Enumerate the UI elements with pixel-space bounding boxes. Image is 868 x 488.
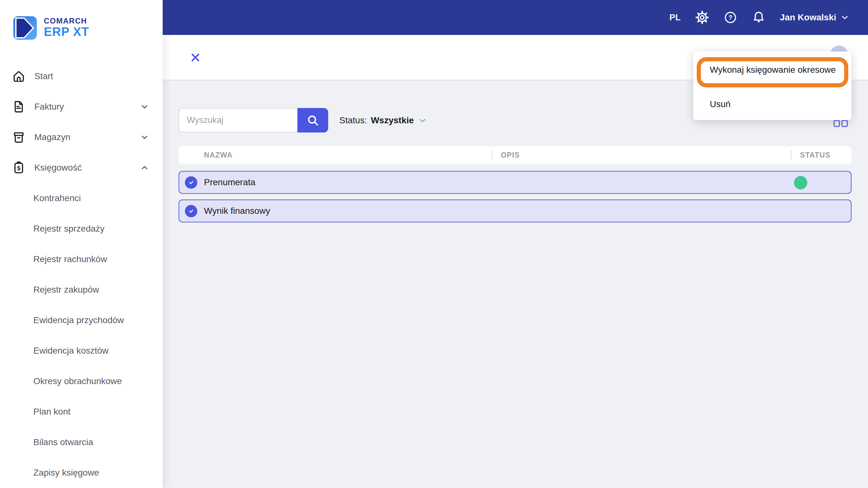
sidebar-item-zapisy-ksiegowe[interactable]: Zapisy księgowe [0,458,163,488]
sidebar-item-ksiegowosc[interactable]: $ Księgowość [0,152,163,183]
column-header-opis[interactable]: OPIS [501,146,520,164]
sidebar-item-ewidencja-przychodow[interactable]: Ewidencja przychodów [0,305,163,336]
status-filter-label: Status: [339,115,367,125]
sidebar-item-bilans-otwarcia[interactable]: Bilans otwarcia [0,427,163,458]
sidebar-item-rejestr-sprzedazy[interactable]: Rejestr sprzedaży [0,214,163,244]
language-switcher[interactable]: PL [670,13,681,23]
sidebar-item-okresy-obrachunkowe[interactable]: Okresy obrachunkowe [0,366,163,396]
column-divider [492,150,492,160]
sidebar: COMARCH ERP XT Start Faktury [0,0,163,488]
user-name: Jan Kowalski [780,12,836,23]
row-name: Wynik finansowy [204,206,270,216]
sidebar-item-kontrahenci[interactable]: Kontrahenci [0,183,163,214]
search-input[interactable] [179,108,298,132]
row-checkbox-checked[interactable] [185,176,197,189]
chevron-up-icon [140,163,149,173]
svg-text:$: $ [17,165,21,172]
invoice-icon [11,99,26,114]
bell-icon[interactable] [751,10,766,25]
comarch-erp-xt-app: PL ? Jan Kowalski [0,0,868,488]
gear-icon[interactable] [695,10,709,25]
status-filter-value: Wszystkie [371,115,414,125]
help-icon[interactable]: ? [723,10,737,25]
comarch-logo-icon [13,16,37,40]
chevron-down-icon [140,102,149,112]
column-header-nazwa[interactable]: NAZWA [204,146,232,164]
user-menu[interactable]: Jan Kowalski [780,12,849,23]
table-row[interactable]: Prenumerata [179,171,851,194]
sidebar-item-ewidencja-kosztow[interactable]: Ewidencja kosztów [0,336,163,366]
chevron-down-icon [140,132,149,142]
close-icon [190,52,201,63]
app-logo[interactable]: COMARCH ERP XT [13,16,89,40]
menu-item-wykonaj-ksiegowanie-okresowe[interactable]: Wykonaj księgowanie okresowe [693,52,851,88]
sidebar-item-start[interactable]: Start [0,61,163,92]
chevron-down-icon [840,13,849,22]
sidebar-item-rejestr-rachunkow[interactable]: Rejestr rachunków [0,244,163,274]
top-bar: PL ? Jan Kowalski [163,0,868,35]
sidebar-item-faktury[interactable]: Faktury [0,92,163,122]
chevron-down-icon [418,116,427,125]
sidebar-item-plan-kont[interactable]: Plan kont [0,396,163,427]
sidebar-item-rejestr-zakupow[interactable]: Rejestr zakupów [0,274,163,305]
tiles-view-icon[interactable] [833,119,848,128]
column-header-status[interactable]: STATUS [800,146,831,164]
row-name: Prenumerata [204,177,255,187]
close-button[interactable] [186,48,205,67]
app-logo-text: COMARCH ERP XT [44,17,89,39]
check-icon [187,207,195,215]
table-row[interactable]: Wynik finansowy [179,200,851,222]
column-divider [791,150,792,160]
sidebar-item-magazyn[interactable]: Magazyn [0,122,163,152]
status-filter[interactable]: Status: Wszystkie [339,108,427,132]
home-icon [11,69,26,84]
svg-text:?: ? [728,14,732,21]
search-button[interactable] [298,108,328,132]
status-dot [794,176,807,189]
accounting-icon: $ [11,160,26,175]
search-box [179,108,328,132]
row-checkbox-checked[interactable] [185,205,197,217]
context-menu: Wykonaj księgowanie okresowe Usuń [693,52,851,120]
menu-item-usun[interactable]: Usuń [693,88,851,120]
table-header: NAZWA OPIS STATUS [179,146,851,164]
check-icon [187,179,195,186]
warehouse-icon [11,130,26,145]
search-icon [306,113,320,128]
